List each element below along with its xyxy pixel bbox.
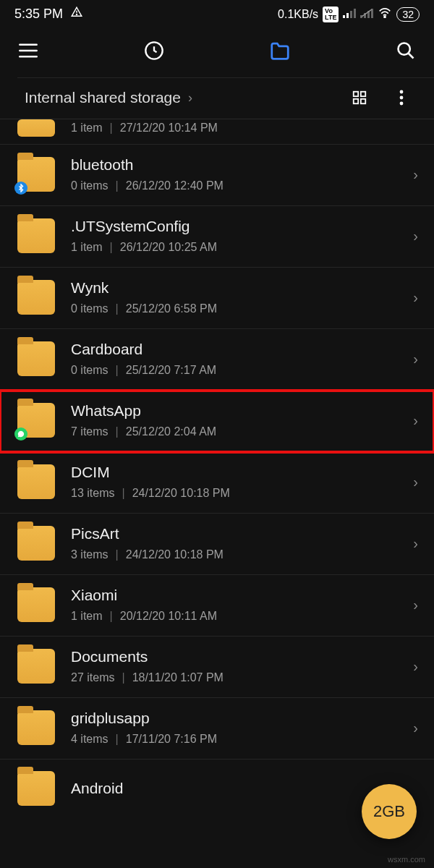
list-item[interactable]: .UTSystemConfig1 item|26/12/20 10:25 AM› [0, 206, 434, 268]
item-info: Xiaomi1 item|20/12/20 10:11 AM [55, 587, 413, 623]
folder-icon [17, 218, 55, 253]
folder-icon [17, 119, 55, 137]
item-name: Android [71, 780, 418, 797]
item-name: Cardboard [71, 341, 413, 358]
item-meta: 1 item|26/12/20 10:25 AM [71, 241, 413, 254]
item-info: Cardboard0 items|25/12/20 7:17 AM [55, 341, 413, 377]
svg-point-11 [384, 16, 386, 17]
volte-icon: VoLTE [323, 7, 339, 22]
meta-separator: | [116, 302, 119, 315]
svg-rect-21 [361, 99, 365, 103]
recent-icon[interactable] [143, 40, 165, 61]
svg-line-10 [362, 9, 372, 17]
list-item[interactable]: Documents27 items|18/11/20 1:07 PM› [0, 637, 434, 698]
item-name: DCIM [71, 464, 413, 481]
hamburger-icon[interactable] [17, 40, 39, 61]
meta-separator: | [122, 671, 124, 684]
list-item[interactable]: DCIM13 items|24/12/20 10:18 PM› [0, 452, 434, 514]
item-meta: 1 item|20/12/20 10:11 AM [71, 610, 413, 623]
item-info: .UTSystemConfig1 item|26/12/20 10:25 AM [55, 218, 413, 254]
item-name: .UTSystemConfig [71, 218, 413, 235]
list-item[interactable]: bluetooth0 items|26/12/20 12:40 PM› [0, 145, 434, 206]
svg-point-23 [400, 96, 404, 100]
item-count: 7 items [71, 425, 109, 438]
item-date: 25/12/20 7:17 AM [126, 364, 216, 377]
folder-icon [17, 403, 55, 438]
list-item[interactable]: Cardboard0 items|25/12/20 7:17 AM› [0, 329, 434, 391]
signal-icon-2 [360, 7, 373, 22]
list-item[interactable]: PicsArt3 items|24/12/20 10:18 PM› [0, 514, 434, 575]
battery-icon: 32 [396, 7, 420, 22]
item-date: 24/12/20 10:18 PM [126, 548, 224, 561]
item-date: 26/12/20 12:40 PM [126, 179, 224, 192]
item-meta: 0 items|25/12/20 7:17 AM [71, 364, 413, 377]
storage-fab[interactable]: 2GB [362, 784, 417, 839]
whatsapp-badge-icon [14, 427, 27, 441]
list-item[interactable]: Wynk0 items|25/12/20 6:58 PM› [0, 268, 434, 329]
statusbar: 5:35 PM 0.1KB/s VoLTE 32 [0, 0, 434, 27]
grid-view-icon[interactable] [350, 88, 369, 107]
item-meta: 0 items|26/12/20 12:40 PM [71, 179, 413, 192]
svg-point-1 [77, 14, 77, 14]
svg-rect-5 [354, 9, 356, 18]
topnav [0, 27, 434, 77]
item-info: DCIM13 items|24/12/20 10:18 PM [55, 464, 413, 500]
item-count: 0 items [71, 302, 109, 315]
chevron-right-icon: › [188, 90, 192, 106]
folder-icon [17, 710, 55, 745]
folder-tab-icon[interactable] [269, 40, 291, 61]
item-name: WhatsApp [71, 402, 413, 420]
svg-rect-19 [361, 92, 365, 96]
status-time: 5:35 PM [14, 7, 63, 22]
meta-separator: | [110, 122, 113, 135]
item-date: 25/12/20 6:58 PM [126, 302, 217, 315]
signal-icon [343, 7, 356, 22]
item-info: Wynk0 items|25/12/20 6:58 PM [55, 279, 413, 315]
folder-icon [17, 157, 55, 192]
folder-icon [17, 526, 55, 561]
watermark-text: wsxm.com [388, 855, 425, 864]
meta-separator: | [116, 364, 119, 377]
list-item[interactable]: gridplusapp4 items|17/11/20 7:16 PM› [0, 698, 434, 760]
meta-separator: | [116, 548, 119, 561]
more-icon[interactable] [392, 88, 411, 107]
svg-point-16 [399, 43, 410, 55]
list-item[interactable]: WhatsApp7 items|25/12/20 2:04 AM› [0, 391, 434, 452]
item-meta: 4 items|17/11/20 7:16 PM [71, 733, 413, 746]
item-info: Android [55, 780, 418, 797]
breadcrumb-label: Internal shared storage [25, 89, 181, 106]
folder-icon [17, 587, 55, 622]
chevron-right-icon: › [413, 412, 418, 429]
status-net-speed: 0.1KB/s [278, 8, 318, 21]
item-meta: 0 items|25/12/20 6:58 PM [71, 302, 413, 315]
folder-icon [17, 280, 55, 315]
meta-separator: | [116, 179, 119, 192]
item-meta: 1 item|27/12/20 10:14 PM [71, 122, 418, 135]
item-count: 27 items [71, 671, 114, 684]
item-count: 0 items [71, 364, 109, 377]
svg-point-24 [400, 102, 404, 106]
item-name: Wynk [71, 279, 413, 297]
svg-point-22 [400, 90, 404, 94]
folder-icon [17, 771, 55, 806]
chevron-right-icon: › [413, 658, 418, 675]
item-info: Documents27 items|18/11/20 1:07 PM [55, 648, 413, 684]
item-date: 18/11/20 1:07 PM [132, 671, 224, 684]
svg-rect-3 [346, 13, 349, 18]
item-meta: 7 items|25/12/20 2:04 AM [71, 425, 413, 438]
item-date: 17/11/20 7:16 PM [126, 733, 217, 746]
meta-separator: | [116, 425, 119, 438]
search-icon[interactable] [395, 40, 417, 61]
item-name: Xiaomi [71, 587, 413, 604]
breadcrumb[interactable]: Internal shared storage › [25, 89, 192, 106]
warning-icon [70, 6, 83, 22]
list-item[interactable]: Xiaomi1 item|20/12/20 10:11 AM› [0, 575, 434, 637]
item-meta: 13 items|24/12/20 10:18 PM [71, 487, 413, 500]
folder-list: 1 item|27/12/20 10:14 PMbluetooth0 items… [0, 119, 434, 806]
svg-rect-20 [354, 99, 358, 103]
meta-separator: | [116, 733, 119, 746]
list-item[interactable]: 1 item|27/12/20 10:14 PM [0, 119, 434, 145]
chevron-right-icon: › [413, 228, 418, 244]
folder-icon [17, 341, 55, 376]
item-count: 13 items [71, 487, 114, 500]
